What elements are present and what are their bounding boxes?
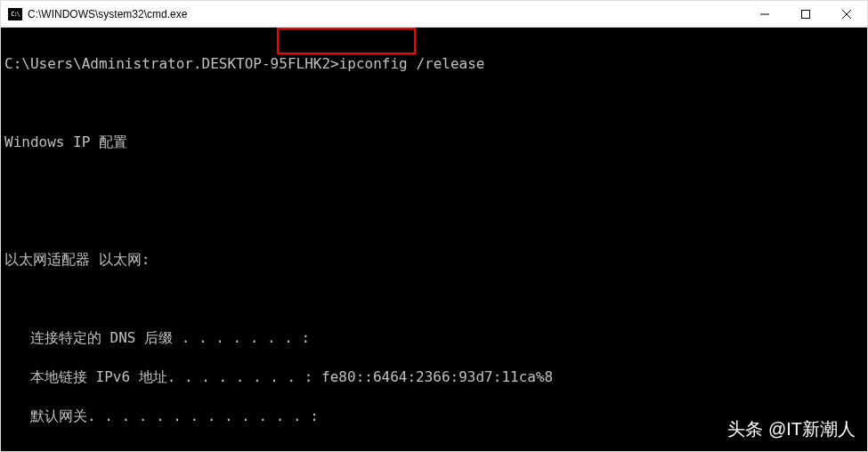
minimize-button[interactable] (744, 1, 785, 28)
blank-line (4, 211, 864, 230)
gateway-line: 默认网关. . . . . . . . . . . . . : (4, 407, 864, 426)
adapter-line: 以太网适配器 以太网: (4, 250, 864, 270)
cmd-window: C:\ C:\WINDOWS\system32\cmd.exe C:\Users… (0, 0, 868, 452)
close-icon (842, 10, 851, 19)
close-button[interactable] (826, 1, 867, 28)
prompt-line-1: C:\Users\Administrator.DESKTOP-95FLHK2>i… (4, 54, 864, 74)
blank-line (4, 446, 864, 451)
maximize-button[interactable] (785, 1, 826, 28)
svg-rect-1 (802, 10, 810, 18)
terminal-output[interactable]: C:\Users\Administrator.DESKTOP-95FLHK2>i… (1, 28, 867, 451)
cmd-icon: C:\ (8, 8, 22, 20)
dns-line: 连接特定的 DNS 后缀 . . . . . . . : (4, 328, 864, 348)
window-title: C:\WINDOWS\system32\cmd.exe (22, 8, 744, 20)
ipv6-line: 本地链接 IPv6 地址. . . . . . . . : fe80::6464… (4, 367, 864, 387)
blank-line (4, 93, 864, 113)
minimize-icon (760, 10, 769, 19)
blank-line (4, 289, 864, 309)
blank-line (4, 172, 864, 191)
window-controls (744, 1, 867, 28)
title-bar[interactable]: C:\ C:\WINDOWS\system32\cmd.exe (1, 1, 867, 28)
output-line: Windows IP 配置 (4, 133, 864, 152)
maximize-icon (801, 10, 810, 19)
